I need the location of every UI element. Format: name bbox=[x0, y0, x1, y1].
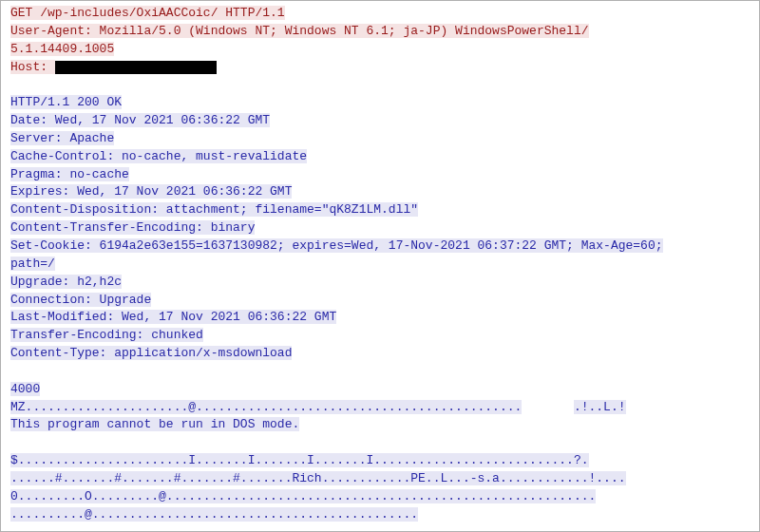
body-dos-stub: This program cannot be run in DOS mode. bbox=[10, 416, 740, 434]
blank-line bbox=[10, 434, 740, 452]
http-response-cte: Content-Transfer-Encoding: binary bbox=[10, 219, 740, 238]
http-response-upgrade: Upgrade: h2,h2c bbox=[10, 274, 740, 292]
body-hex-line: 0.........O.........@...................… bbox=[10, 488, 740, 506]
http-response-transfer-encoding: Transfer-Encoding: chunked bbox=[10, 327, 740, 345]
http-request-user-agent: User-Agent: Mozilla/5.0 (Windows NT; Win… bbox=[10, 23, 740, 41]
http-response-last-modified: Last-Modified: Wed, 17 Nov 2021 06:36:22… bbox=[10, 309, 740, 327]
http-response-cache-control: Cache-Control: no-cache, must-revalidate bbox=[10, 148, 740, 166]
http-response-date: Date: Wed, 17 Nov 2021 06:36:22 GMT bbox=[10, 112, 740, 130]
http-response-set-cookie-path: path=/ bbox=[10, 256, 740, 274]
blank-line bbox=[10, 76, 740, 94]
body-hex-line: ..........@.............................… bbox=[10, 506, 740, 524]
blank-line bbox=[10, 363, 740, 381]
http-response-set-cookie: Set-Cookie: 6194a2e63e155=1637130982; ex… bbox=[10, 238, 740, 256]
http-request-host: Host: bbox=[10, 59, 740, 77]
http-response-pragma: Pragma: no-cache bbox=[10, 166, 740, 184]
redacted-host bbox=[55, 61, 217, 74]
body-hex-line: $.......................I.......I.......… bbox=[10, 452, 740, 470]
http-response-server: Server: Apache bbox=[10, 130, 740, 148]
chunk-size: 4000 bbox=[10, 381, 740, 399]
http-response-expires: Expires: Wed, 17 Nov 2021 06:36:22 GMT bbox=[10, 183, 740, 201]
http-request-line: GET /wp-includes/OxiAACCoic/ HTTP/1.1 bbox=[10, 5, 740, 23]
http-response-status: HTTP/1.1 200 OK bbox=[10, 94, 740, 112]
body-hex-line: ......#.......#.......#.......#.......Ri… bbox=[10, 470, 740, 488]
http-request-user-agent-cont: 5.1.14409.1005 bbox=[10, 41, 740, 59]
packet-capture-window: GET /wp-includes/OxiAACCoic/ HTTP/1.1 Us… bbox=[0, 0, 760, 532]
http-response-content-type: Content-Type: application/x-msdownload bbox=[10, 345, 740, 363]
http-response-connection: Connection: Upgrade bbox=[10, 292, 740, 310]
http-response-content-disposition: Content-Disposition: attachment; filenam… bbox=[10, 201, 740, 219]
body-mz-header: MZ......................@...............… bbox=[10, 399, 740, 417]
packet-text-content[interactable]: GET /wp-includes/OxiAACCoic/ HTTP/1.1 Us… bbox=[1, 1, 746, 531]
